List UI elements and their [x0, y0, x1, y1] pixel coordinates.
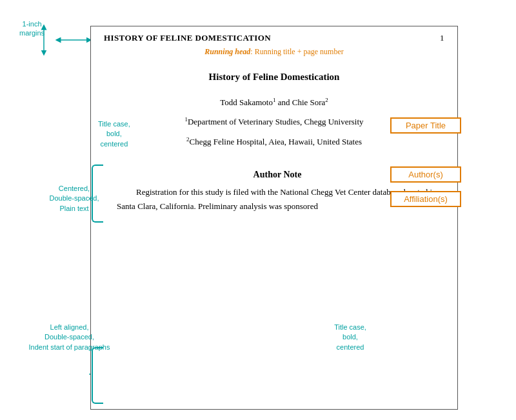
- paper-title-label-box: Paper Title: [390, 117, 461, 134]
- centered-format-text: Centered, Double-spaced, Plain text: [49, 185, 99, 212]
- aff1-text: Department of Veterinary Studies, Chegg …: [188, 117, 364, 127]
- authors-section: Todd Sakamoto1 and Chie Sora2 1Departmen…: [110, 94, 438, 150]
- paper-title-text: History of Feline Domestication: [209, 72, 340, 82]
- affiliations-label-text: Affiliation(s): [404, 194, 448, 204]
- author-note-section: Author Note Registration for this study …: [110, 170, 438, 214]
- author1-name: Todd Sakamoto: [220, 97, 273, 107]
- paper-title: History of Feline Domestication: [110, 72, 438, 83]
- page-header: HISTORY OF FELINE DOMESTICATION 1 Runnin…: [91, 26, 457, 72]
- authors-label-box: Author(s): [390, 166, 461, 183]
- running-head-key: Running head: [204, 47, 250, 56]
- title-format-text: Title case, bold, centered: [98, 120, 130, 148]
- authors-line: Todd Sakamoto1 and Chie Sora2: [110, 94, 438, 111]
- margins-annotation: 1-inch margins: [19, 19, 45, 38]
- title-format-annotation: Title case, bold, centered: [98, 119, 130, 149]
- authors-label-text: Author(s): [408, 170, 442, 179]
- header-page-number: 1: [440, 33, 444, 43]
- left-aligned-annotation: Left aligned, Double-spaced, Indent star…: [26, 323, 113, 352]
- paper-title-label-text: Paper Title: [406, 121, 446, 130]
- author-note-format-annotation: Title case, bold, centered: [315, 323, 386, 352]
- outer-container: 1-inch margins HISTORY OF FELINE DOMESTI…: [0, 0, 516, 420]
- header-line: HISTORY OF FELINE DOMESTICATION 1: [91, 26, 457, 46]
- page-document: HISTORY OF FELINE DOMESTICATION 1 Runnin…: [90, 26, 458, 410]
- aff2-text: Chegg Feline Hospital, Aiea, Hawaii, Uni…: [189, 137, 362, 146]
- author-and: and Chie Sora: [275, 97, 325, 107]
- author-note-format-text: Title case, bold, centered: [334, 323, 366, 351]
- curly-brace-note: [92, 347, 103, 404]
- running-head-label: Running head: Running title + page numbe…: [91, 46, 457, 57]
- affiliation2: 2Chegg Feline Hospital, Aiea, Hawaii, Un…: [110, 134, 438, 150]
- left-aligned-text: Left aligned, Double-spaced, Indent star…: [29, 323, 110, 351]
- author2-sup: 2: [325, 97, 328, 103]
- affiliation1: 1Department of Veterinary Studies, Chegg…: [110, 114, 438, 130]
- centered-format-annotation: Centered, Double-spaced, Plain text: [39, 184, 110, 214]
- affiliations-label-box: Affiliation(s): [390, 191, 461, 207]
- header-title: HISTORY OF FELINE DOMESTICATION: [104, 33, 271, 43]
- running-head-text: Running title + page number: [255, 47, 344, 56]
